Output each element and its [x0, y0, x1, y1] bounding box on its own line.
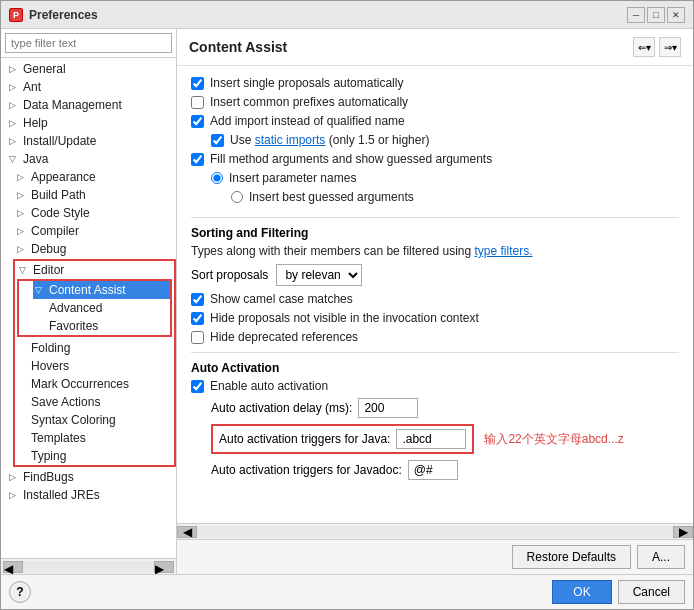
sidebar-item-findbugs[interactable]: ▷ FindBugs	[1, 468, 176, 486]
sidebar-hscrollbar[interactable]: ◀ ▶	[1, 558, 176, 574]
sort-proposals-select[interactable]: by relevan	[276, 264, 362, 286]
expand-arrow: ▷	[17, 208, 27, 218]
forward-button[interactable]: ⇒▾	[659, 37, 681, 57]
static-imports-link[interactable]: static imports	[255, 133, 326, 147]
cancel-button[interactable]: Cancel	[618, 580, 685, 604]
insert-param-radio[interactable]	[211, 172, 223, 184]
auto-delay-row: Auto activation delay (ms):	[211, 398, 679, 418]
sorting-section-header: Sorting and Filtering	[191, 226, 679, 240]
sidebar-item-code-style[interactable]: ▷ Code Style	[13, 204, 176, 222]
ok-button[interactable]: OK	[552, 580, 611, 604]
sidebar-item-general[interactable]: ▷ General	[1, 60, 176, 78]
sidebar-item-label: Editor	[33, 263, 64, 277]
hscroll-right-btn[interactable]: ▶	[673, 526, 693, 538]
sidebar-item-label: Build Path	[31, 188, 86, 202]
sort-proposals-label: Sort proposals	[191, 268, 268, 282]
auto-java-label: Auto activation triggers for Java:	[219, 432, 390, 446]
apply-button[interactable]: A...	[637, 545, 685, 569]
sidebar-item-label: Mark Occurrences	[31, 377, 129, 391]
back-button[interactable]: ⇐▾	[633, 37, 655, 57]
content-hscrollbar[interactable]: ◀ ▶	[177, 523, 693, 539]
sidebar-item-appearance[interactable]: ▷ Appearance	[13, 168, 176, 186]
use-static-checkbox[interactable]	[211, 134, 224, 147]
sidebar-item-data-management[interactable]: ▷ Data Management	[1, 96, 176, 114]
radio-insert-param: Insert parameter names	[211, 171, 679, 185]
sidebar-item-advanced[interactable]: Advanced	[47, 299, 170, 317]
insert-best-radio[interactable]	[231, 191, 243, 203]
close-button[interactable]: ✕	[667, 7, 685, 23]
sidebar-item-editor[interactable]: ▽ Editor	[15, 261, 174, 279]
sidebar-item-mark-occurrences[interactable]: Mark Occurrences	[15, 375, 174, 393]
maximize-button[interactable]: □	[647, 7, 665, 23]
expand-arrow: ▷	[17, 244, 27, 254]
bottom-bar: ? OK Cancel	[1, 574, 693, 609]
auto-java-input[interactable]	[396, 429, 466, 449]
header-actions: ⇐▾ ⇒▾	[633, 37, 681, 57]
enable-auto-label: Enable auto activation	[210, 379, 328, 393]
sorting-desc-text: Types along with their members can be fi…	[191, 244, 471, 258]
hscroll-left-btn[interactable]: ◀	[177, 526, 197, 538]
insert-best-label: Insert best guessed arguments	[249, 190, 414, 204]
enable-auto-checkbox[interactable]	[191, 380, 204, 393]
sidebar-item-debug[interactable]: ▷ Debug	[13, 240, 176, 258]
minimize-button[interactable]: ─	[627, 7, 645, 23]
sidebar-item-syntax-coloring[interactable]: Syntax Coloring	[15, 411, 174, 429]
divider-2	[191, 352, 679, 353]
scroll-right-btn[interactable]: ▶	[154, 561, 174, 573]
auto-activation-header: Auto Activation	[191, 361, 679, 375]
auto-delay-label: Auto activation delay (ms):	[211, 401, 352, 415]
type-filters-link[interactable]: type filters.	[475, 244, 533, 258]
sidebar-item-typing[interactable]: Typing	[15, 447, 174, 465]
expand-arrow: ▷	[9, 64, 19, 74]
sidebar-item-help[interactable]: ▷ Help	[1, 114, 176, 132]
fill-method-checkbox[interactable]	[191, 153, 204, 166]
expand-arrow: ▷	[9, 490, 19, 500]
checkbox-hide-not-visible: Hide proposals not visible in the invoca…	[191, 311, 679, 325]
hscroll-track	[23, 561, 154, 573]
sidebar-item-label: General	[23, 62, 66, 76]
help-button[interactable]: ?	[9, 581, 31, 603]
content-title: Content Assist	[189, 39, 287, 55]
add-import-checkbox[interactable]	[191, 115, 204, 128]
checkbox-fill-method: Fill method arguments and show guessed a…	[191, 152, 679, 166]
sidebar-item-favorites[interactable]: Favorites	[47, 317, 170, 335]
insert-common-label: Insert common prefixes automatically	[210, 95, 408, 109]
hide-deprecated-checkbox[interactable]	[191, 331, 204, 344]
hide-not-visible-checkbox[interactable]	[191, 312, 204, 325]
sidebar-item-label: Help	[23, 116, 48, 130]
sidebar-item-build-path[interactable]: ▷ Build Path	[13, 186, 176, 204]
sidebar-item-compiler[interactable]: ▷ Compiler	[13, 222, 176, 240]
title-controls: ─ □ ✕	[627, 7, 685, 23]
sidebar-item-hovers[interactable]: Hovers	[15, 357, 174, 375]
sidebar-item-label: Typing	[31, 449, 66, 463]
auto-javadoc-row: Auto activation triggers for Javadoc:	[211, 460, 679, 480]
scroll-left-btn[interactable]: ◀	[3, 561, 23, 573]
sidebar-item-save-actions[interactable]: Save Actions	[15, 393, 174, 411]
sidebar-item-folding[interactable]: Folding	[15, 339, 174, 357]
sidebar-item-templates[interactable]: Templates	[15, 429, 174, 447]
sidebar-item-ant[interactable]: ▷ Ant	[1, 78, 176, 96]
restore-defaults-button[interactable]: Restore Defaults	[512, 545, 631, 569]
sidebar-item-content-assist[interactable]: ▽ Content Assist	[33, 281, 170, 299]
sidebar-item-java[interactable]: ▽ Java	[1, 150, 176, 168]
app-icon: P	[9, 8, 23, 22]
expand-arrow: ▽	[19, 265, 29, 275]
expand-arrow: ▷	[9, 118, 19, 128]
insert-common-checkbox[interactable]	[191, 96, 204, 109]
sidebar-item-installed-jres[interactable]: ▷ Installed JREs	[1, 486, 176, 504]
auto-javadoc-input[interactable]	[408, 460, 458, 480]
expand-arrow: ▷	[9, 82, 19, 92]
sidebar-item-label: Code Style	[31, 206, 90, 220]
sidebar-item-install-update[interactable]: ▷ Install/Update	[1, 132, 176, 150]
insert-param-label: Insert parameter names	[229, 171, 356, 185]
expand-arrow: ▷	[17, 172, 27, 182]
show-camel-checkbox[interactable]	[191, 293, 204, 306]
filter-input[interactable]	[5, 33, 172, 53]
insert-single-checkbox[interactable]	[191, 77, 204, 90]
expand-arrow: ▽	[9, 154, 19, 164]
sidebar-item-label: Folding	[31, 341, 70, 355]
sidebar-item-label: Java	[23, 152, 48, 166]
auto-delay-input[interactable]	[358, 398, 418, 418]
sidebar-item-label: Data Management	[23, 98, 122, 112]
sidebar-item-label: Save Actions	[31, 395, 100, 409]
